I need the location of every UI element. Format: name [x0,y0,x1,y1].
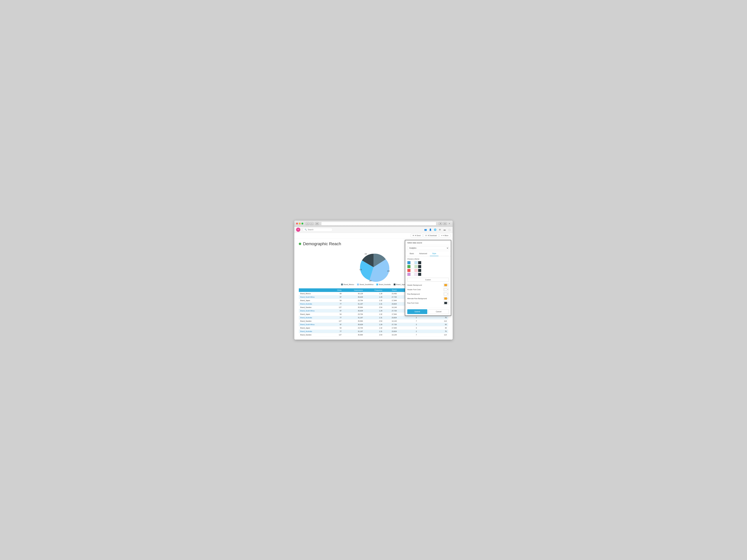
swatch-blue-3[interactable] [414,261,418,264]
swatch-purple-3[interactable] [414,273,418,276]
pie-label-australia: 180 [369,280,371,282]
traffic-light-red[interactable] [296,223,298,224]
theme-row-red [407,269,449,272]
nav-back-button[interactable]: ‹ [306,222,309,225]
swatch-purple-1[interactable] [407,273,411,276]
col-reach: Reach [384,288,398,292]
swatch-red-1[interactable] [407,269,411,272]
swatch-red-4[interactable] [418,269,421,272]
custom-button[interactable]: Custom [407,278,449,282]
cell-impressions: 35,964 [343,319,364,323]
theme-row-blue [407,261,449,264]
header-font-arrow: ▾ [447,289,448,290]
cell-brand: Brand_Australia [299,329,330,333]
cell-reach: 27,720 [384,323,398,326]
cell-brand: Brand_Mexico [299,292,330,295]
tab-advanced[interactable]: Advanced [417,251,429,256]
cell-impressions: 35,629 [343,309,364,313]
main-content: Demographic Reach [294,239,453,340]
header-bg-picker[interactable]: ▾ [443,284,449,287]
people-icon[interactable]: 👥 [424,228,427,231]
settings-icon[interactable]: ⚙ [438,228,441,231]
nav-buttons: ‹ › [306,222,313,225]
row-bg-picker[interactable]: ▾ [443,292,449,296]
search-input[interactable] [308,229,331,231]
datasource-select[interactable]: Analytics [407,246,449,250]
header-bg-label: Header Background [407,284,422,286]
cell-frequency: 2.54 [364,305,384,309]
row-font-row: Row Font Color ▾ [407,301,449,304]
share-icon[interactable]: ⬆ [439,222,442,225]
cell-engagement: 93 [418,323,448,326]
traffic-light-yellow[interactable] [299,223,301,224]
theme-label: Choose a theme [407,258,449,260]
row-font-picker[interactable]: ▾ [443,301,449,304]
alt-row-bg-picker[interactable]: ▾ [443,297,449,300]
globe-icon[interactable]: 🌐 [434,228,437,231]
cell-frequency: 1.29 [364,295,384,299]
cell-reach: 23,824 [384,329,398,333]
col-clicks: Clicks [330,288,343,292]
tab-style[interactable]: Style [430,251,439,256]
theme-row-green [407,265,449,268]
square-icon[interactable]: ⬚ [448,228,451,231]
send-button[interactable]: ✉ ✉ Send [411,234,422,237]
cell-clicks: 97 [330,309,343,313]
swatch-green-2[interactable] [411,265,414,268]
cell-brand: Brand_Sweden [299,305,330,309]
address-bar[interactable] [321,222,436,225]
cell-frequency: 2.54 [364,319,384,323]
cell-clicks: 54 [330,326,343,329]
cell-clicks: 97 [330,323,343,326]
cell-frequency: 1.29 [364,309,384,313]
swatch-purple-4[interactable] [418,273,421,276]
cell-pagelikes: 7 [398,319,418,323]
cell-frequency: 1.32 [364,313,384,316]
person-icon[interactable]: 👤 [429,228,432,231]
swatch-green-4[interactable] [418,265,421,268]
cell-engagement: 49 [418,326,448,329]
send-icon: ✉ [413,235,414,237]
swatch-blue-4[interactable] [418,261,421,264]
more-button[interactable]: ▾ ▾ More [440,234,450,237]
status-dot [299,243,301,245]
swatch-blue-1[interactable] [407,261,411,264]
legend-color-australia [376,284,378,285]
duplicate-icon[interactable]: ⊡ [443,222,447,225]
cell-clicks: 89 [330,292,343,295]
swatch-red-2[interactable] [411,269,414,272]
swatch-green-1[interactable] [407,265,411,268]
header-bg-row: Header Background ▾ [407,284,449,287]
table-row: Brand_Sweden 127 35,964 2.54 14,144 7 11… [299,319,448,323]
row-bg-row: Row Background ▾ [407,292,449,296]
search-bar[interactable]: 🔍 [303,228,333,232]
browser-chrome: ‹ › ⊞ ⬆ ⊡ + [294,220,453,227]
cell-frequency: 1.31 [364,329,384,333]
cell-pagelikes: 2 [398,316,418,319]
swatch-blue-2[interactable] [411,261,414,264]
header-font-picker[interactable]: ▾ [443,288,449,291]
add-button[interactable]: + [296,228,300,232]
minus-icon[interactable]: ▬ [443,228,446,231]
download-button[interactable]: ⬇ ⬇ Download [423,234,439,237]
traffic-light-green[interactable] [302,223,303,224]
swatch-red-3[interactable] [414,269,418,272]
cell-engagement: 114 [418,333,448,337]
cancel-button[interactable]: Cancel [429,309,449,314]
cell-impressions: 23,704 [343,326,364,329]
new-tab-button[interactable]: + [448,222,451,225]
cell-impressions: 35,964 [343,305,364,309]
cell-brand: Brand_Japan [299,299,330,302]
sidebar-toggle-button[interactable]: ⊞ [315,222,319,225]
table-row: Brand_Sweden 127 35,964 2.54 14,144 7 11… [299,333,448,337]
submit-button[interactable]: Submit [407,309,427,314]
legend-color-mexico [341,284,343,285]
swatch-green-3[interactable] [414,265,418,268]
cell-reach: 14,144 [384,305,398,309]
cell-impressions: 31,167 [343,316,364,319]
header-font-row: Header Font Color ▾ [407,288,449,291]
row-bg-swatch [444,293,447,295]
nav-forward-button[interactable]: › [310,222,313,225]
swatch-purple-2[interactable] [411,273,414,276]
tab-basic[interactable]: Basic [407,251,416,256]
